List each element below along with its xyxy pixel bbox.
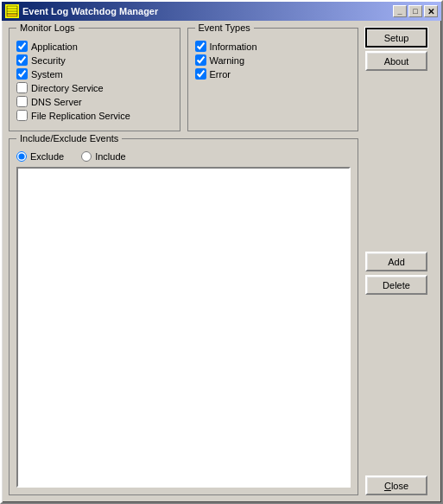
monitor-logs-title: Monitor Logs — [16, 22, 79, 33]
include-exclude-group: Include/Exclude Events Exclude Include — [9, 138, 358, 495]
title-bar: Event Log Watchdog Manager _ □ ✕ — [2, 2, 441, 21]
window-content: Monitor Logs Application Security System — [2, 21, 441, 502]
svg-rect-0 — [7, 6, 17, 14]
checkbox-system: System — [16, 68, 173, 80]
window-icon — [5, 4, 19, 18]
events-listbox[interactable] — [16, 167, 351, 488]
close-button[interactable]: Close — [365, 475, 427, 495]
checkbox-file-replication-label: File Replication Service — [31, 111, 130, 121]
radio-include-item: Include — [81, 151, 125, 162]
checkbox-directory-service-label: Directory Service — [31, 83, 104, 93]
checkbox-warning-input[interactable] — [195, 54, 206, 66]
radio-include-input[interactable] — [81, 151, 92, 162]
checkbox-system-input[interactable] — [16, 68, 28, 80]
main-window: Event Log Watchdog Manager _ □ ✕ Monitor… — [0, 0, 443, 504]
checkbox-warning: Warning — [195, 54, 351, 66]
svg-rect-1 — [7, 14, 17, 16]
close-underline: C — [384, 481, 391, 491]
radio-exclude-input[interactable] — [16, 151, 27, 162]
checkbox-security: Security — [16, 54, 173, 66]
add-button[interactable]: Add — [365, 252, 427, 271]
radio-include-label: Include — [95, 151, 125, 162]
checkbox-system-label: System — [31, 69, 63, 80]
checkbox-application-label: Application — [31, 41, 78, 52]
top-groups: Monitor Logs Application Security System — [9, 28, 358, 131]
checkbox-application-input[interactable] — [16, 41, 28, 52]
checkbox-application: Application — [16, 41, 173, 52]
checkbox-information: Information — [195, 41, 351, 52]
maximize-button[interactable]: □ — [408, 5, 422, 17]
close-title-button[interactable]: ✕ — [424, 5, 438, 17]
radio-exclude-label: Exclude — [30, 151, 64, 162]
checkbox-information-input[interactable] — [195, 41, 206, 52]
about-button[interactable]: About — [365, 51, 427, 71]
checkbox-file-replication-input[interactable] — [16, 110, 28, 121]
checkbox-security-input[interactable] — [16, 54, 28, 66]
left-panel: Monitor Logs Application Security System — [9, 28, 358, 495]
checkbox-warning-label: Warning — [210, 55, 245, 66]
checkbox-dns-server-label: DNS Server — [31, 97, 82, 107]
checkbox-error-label: Error — [210, 69, 231, 80]
checkbox-file-replication: File Replication Service — [16, 110, 173, 121]
checkbox-information-label: Information — [210, 41, 257, 52]
monitor-logs-group: Monitor Logs Application Security System — [9, 28, 180, 131]
checkbox-directory-service-input[interactable] — [16, 82, 28, 93]
setup-button[interactable]: Setup — [365, 28, 427, 48]
title-bar-buttons: _ □ ✕ — [393, 5, 438, 17]
checkbox-dns-server-input[interactable] — [16, 96, 28, 107]
radio-exclude-item: Exclude — [16, 151, 64, 162]
checkbox-error-input[interactable] — [195, 68, 206, 80]
checkbox-security-label: Security — [31, 55, 66, 66]
close-label-text: lose — [391, 481, 408, 491]
checkbox-error: Error — [195, 68, 351, 80]
event-types-group: Event Types Information Warning Error — [187, 28, 359, 131]
checkbox-dns-server: DNS Server — [16, 96, 173, 107]
delete-button[interactable]: Delete — [365, 275, 427, 295]
event-types-title: Event Types — [195, 22, 254, 33]
window-title: Event Log Watchdog Manager — [22, 6, 393, 16]
checkbox-directory-service: Directory Service — [16, 82, 173, 93]
right-panel: Setup About Add Delete Close — [365, 28, 434, 495]
include-exclude-title: Include/Exclude Events — [16, 133, 122, 144]
minimize-button[interactable]: _ — [393, 5, 407, 17]
radio-row: Exclude Include — [16, 151, 351, 162]
